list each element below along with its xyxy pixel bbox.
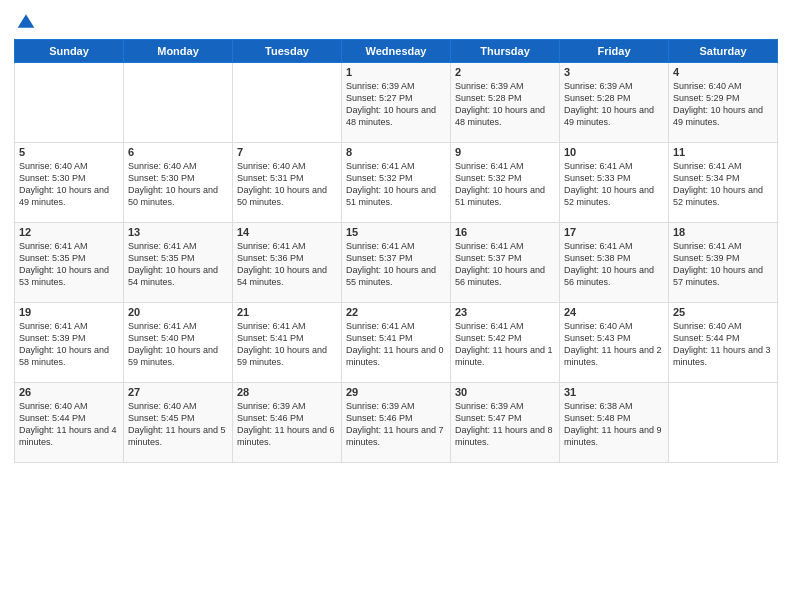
calendar-cell: 17 Sunrise: 6:41 AMSunset: 5:38 PMDaylig… (560, 222, 669, 302)
calendar-cell: 10 Sunrise: 6:41 AMSunset: 5:33 PMDaylig… (560, 142, 669, 222)
day-info: Sunrise: 6:41 AMSunset: 5:35 PMDaylight:… (19, 241, 109, 287)
day-number: 17 (564, 226, 664, 238)
calendar-cell: 12 Sunrise: 6:41 AMSunset: 5:35 PMDaylig… (15, 222, 124, 302)
calendar-week-4: 19 Sunrise: 6:41 AMSunset: 5:39 PMDaylig… (15, 302, 778, 382)
day-number: 10 (564, 146, 664, 158)
day-number: 11 (673, 146, 773, 158)
weekday-header-wednesday: Wednesday (342, 39, 451, 62)
calendar-cell: 14 Sunrise: 6:41 AMSunset: 5:36 PMDaylig… (233, 222, 342, 302)
weekday-header-tuesday: Tuesday (233, 39, 342, 62)
calendar-cell: 3 Sunrise: 6:39 AMSunset: 5:28 PMDayligh… (560, 62, 669, 142)
day-number: 29 (346, 386, 446, 398)
day-info: Sunrise: 6:39 AMSunset: 5:28 PMDaylight:… (455, 81, 545, 127)
day-number: 20 (128, 306, 228, 318)
day-number: 16 (455, 226, 555, 238)
day-info: Sunrise: 6:41 AMSunset: 5:37 PMDaylight:… (346, 241, 436, 287)
calendar-cell: 4 Sunrise: 6:40 AMSunset: 5:29 PMDayligh… (669, 62, 778, 142)
svg-marker-0 (18, 14, 35, 27)
day-number: 2 (455, 66, 555, 78)
day-info: Sunrise: 6:41 AMSunset: 5:39 PMDaylight:… (673, 241, 763, 287)
calendar-cell (124, 62, 233, 142)
day-info: Sunrise: 6:41 AMSunset: 5:38 PMDaylight:… (564, 241, 654, 287)
calendar-cell: 29 Sunrise: 6:39 AMSunset: 5:46 PMDaylig… (342, 382, 451, 462)
day-number: 4 (673, 66, 773, 78)
calendar-table: SundayMondayTuesdayWednesdayThursdayFrid… (14, 39, 778, 463)
calendar-cell: 24 Sunrise: 6:40 AMSunset: 5:43 PMDaylig… (560, 302, 669, 382)
calendar-week-3: 12 Sunrise: 6:41 AMSunset: 5:35 PMDaylig… (15, 222, 778, 302)
day-number: 5 (19, 146, 119, 158)
logo (14, 10, 36, 31)
weekday-header-row: SundayMondayTuesdayWednesdayThursdayFrid… (15, 39, 778, 62)
day-info: Sunrise: 6:41 AMSunset: 5:41 PMDaylight:… (237, 321, 327, 367)
calendar-cell: 25 Sunrise: 6:40 AMSunset: 5:44 PMDaylig… (669, 302, 778, 382)
calendar-week-2: 5 Sunrise: 6:40 AMSunset: 5:30 PMDayligh… (15, 142, 778, 222)
day-info: Sunrise: 6:41 AMSunset: 5:33 PMDaylight:… (564, 161, 654, 207)
calendar-cell: 31 Sunrise: 6:38 AMSunset: 5:48 PMDaylig… (560, 382, 669, 462)
day-info: Sunrise: 6:40 AMSunset: 5:43 PMDaylight:… (564, 321, 662, 367)
day-info: Sunrise: 6:41 AMSunset: 5:32 PMDaylight:… (346, 161, 436, 207)
day-info: Sunrise: 6:41 AMSunset: 5:39 PMDaylight:… (19, 321, 109, 367)
calendar-cell: 7 Sunrise: 6:40 AMSunset: 5:31 PMDayligh… (233, 142, 342, 222)
day-info: Sunrise: 6:41 AMSunset: 5:36 PMDaylight:… (237, 241, 327, 287)
calendar-cell: 26 Sunrise: 6:40 AMSunset: 5:44 PMDaylig… (15, 382, 124, 462)
day-number: 8 (346, 146, 446, 158)
day-number: 3 (564, 66, 664, 78)
day-info: Sunrise: 6:40 AMSunset: 5:44 PMDaylight:… (19, 401, 117, 447)
day-number: 22 (346, 306, 446, 318)
calendar-cell: 19 Sunrise: 6:41 AMSunset: 5:39 PMDaylig… (15, 302, 124, 382)
day-info: Sunrise: 6:41 AMSunset: 5:42 PMDaylight:… (455, 321, 553, 367)
calendar-cell: 27 Sunrise: 6:40 AMSunset: 5:45 PMDaylig… (124, 382, 233, 462)
calendar-cell: 1 Sunrise: 6:39 AMSunset: 5:27 PMDayligh… (342, 62, 451, 142)
weekday-header-sunday: Sunday (15, 39, 124, 62)
day-info: Sunrise: 6:41 AMSunset: 5:41 PMDaylight:… (346, 321, 444, 367)
calendar-cell: 22 Sunrise: 6:41 AMSunset: 5:41 PMDaylig… (342, 302, 451, 382)
calendar-cell: 20 Sunrise: 6:41 AMSunset: 5:40 PMDaylig… (124, 302, 233, 382)
day-info: Sunrise: 6:38 AMSunset: 5:48 PMDaylight:… (564, 401, 662, 447)
header (14, 10, 778, 31)
day-info: Sunrise: 6:41 AMSunset: 5:40 PMDaylight:… (128, 321, 218, 367)
calendar-cell: 13 Sunrise: 6:41 AMSunset: 5:35 PMDaylig… (124, 222, 233, 302)
day-number: 26 (19, 386, 119, 398)
calendar-cell: 8 Sunrise: 6:41 AMSunset: 5:32 PMDayligh… (342, 142, 451, 222)
day-info: Sunrise: 6:39 AMSunset: 5:46 PMDaylight:… (346, 401, 444, 447)
page: SundayMondayTuesdayWednesdayThursdayFrid… (0, 0, 792, 612)
day-info: Sunrise: 6:39 AMSunset: 5:46 PMDaylight:… (237, 401, 335, 447)
day-info: Sunrise: 6:41 AMSunset: 5:34 PMDaylight:… (673, 161, 763, 207)
day-number: 27 (128, 386, 228, 398)
day-number: 6 (128, 146, 228, 158)
weekday-header-friday: Friday (560, 39, 669, 62)
day-number: 28 (237, 386, 337, 398)
day-number: 15 (346, 226, 446, 238)
calendar-cell: 21 Sunrise: 6:41 AMSunset: 5:41 PMDaylig… (233, 302, 342, 382)
calendar-week-5: 26 Sunrise: 6:40 AMSunset: 5:44 PMDaylig… (15, 382, 778, 462)
day-info: Sunrise: 6:40 AMSunset: 5:30 PMDaylight:… (19, 161, 109, 207)
day-info: Sunrise: 6:40 AMSunset: 5:30 PMDaylight:… (128, 161, 218, 207)
day-number: 25 (673, 306, 773, 318)
day-info: Sunrise: 6:39 AMSunset: 5:47 PMDaylight:… (455, 401, 553, 447)
calendar-cell: 2 Sunrise: 6:39 AMSunset: 5:28 PMDayligh… (451, 62, 560, 142)
calendar-cell: 6 Sunrise: 6:40 AMSunset: 5:30 PMDayligh… (124, 142, 233, 222)
calendar-cell (669, 382, 778, 462)
day-number: 21 (237, 306, 337, 318)
day-info: Sunrise: 6:41 AMSunset: 5:35 PMDaylight:… (128, 241, 218, 287)
day-info: Sunrise: 6:40 AMSunset: 5:45 PMDaylight:… (128, 401, 226, 447)
day-info: Sunrise: 6:40 AMSunset: 5:31 PMDaylight:… (237, 161, 327, 207)
weekday-header-monday: Monday (124, 39, 233, 62)
calendar-cell: 5 Sunrise: 6:40 AMSunset: 5:30 PMDayligh… (15, 142, 124, 222)
day-number: 7 (237, 146, 337, 158)
day-info: Sunrise: 6:41 AMSunset: 5:32 PMDaylight:… (455, 161, 545, 207)
logo-icon (16, 11, 36, 31)
day-number: 1 (346, 66, 446, 78)
calendar-cell: 30 Sunrise: 6:39 AMSunset: 5:47 PMDaylig… (451, 382, 560, 462)
weekday-header-thursday: Thursday (451, 39, 560, 62)
day-info: Sunrise: 6:39 AMSunset: 5:28 PMDaylight:… (564, 81, 654, 127)
calendar-cell: 23 Sunrise: 6:41 AMSunset: 5:42 PMDaylig… (451, 302, 560, 382)
day-number: 23 (455, 306, 555, 318)
day-info: Sunrise: 6:40 AMSunset: 5:44 PMDaylight:… (673, 321, 771, 367)
day-number: 30 (455, 386, 555, 398)
day-number: 13 (128, 226, 228, 238)
day-info: Sunrise: 6:39 AMSunset: 5:27 PMDaylight:… (346, 81, 436, 127)
day-number: 19 (19, 306, 119, 318)
calendar-cell (233, 62, 342, 142)
day-number: 12 (19, 226, 119, 238)
